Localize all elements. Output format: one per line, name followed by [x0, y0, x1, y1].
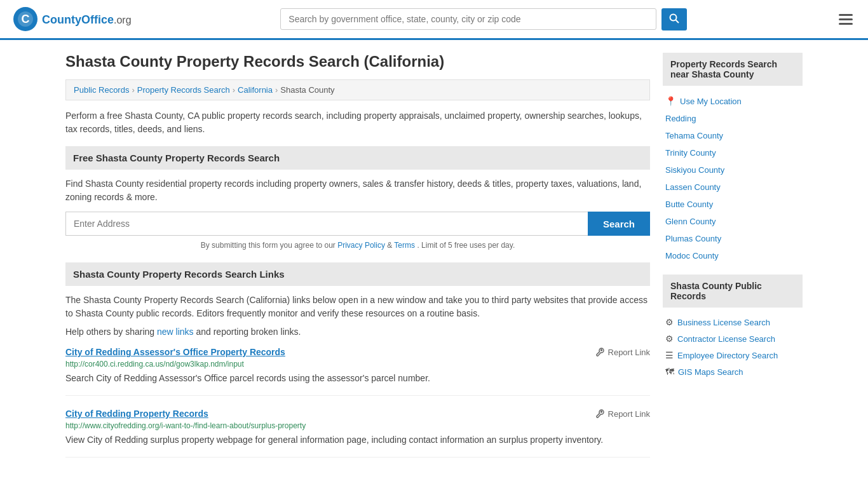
report-link-button-2[interactable]: Report Link [595, 409, 650, 419]
svg-point-5 [600, 349, 602, 351]
breadcrumb-california[interactable]: California [238, 85, 273, 95]
svg-point-6 [600, 411, 602, 412]
breadcrumb-public-records[interactable]: Public Records [74, 85, 129, 95]
sidebar-record-gis-maps[interactable]: 🗺 GIS Maps Search [663, 363, 803, 380]
property-search-desc: Find Shasta County residential property … [65, 177, 650, 204]
sidebar-nearby-header: Property Records Search near Shasta Coun… [663, 53, 803, 86]
sidebar-link-lassen[interactable]: Lassen County [665, 182, 721, 192]
sidebar-public-records-header: Shasta County Public Records [663, 274, 803, 308]
logo-text: CountyOffice.org [42, 12, 132, 27]
sidebar-link-siskiyou[interactable]: Siskiyou County [665, 165, 724, 175]
header-search-input[interactable] [280, 8, 656, 30]
sidebar-link-redding[interactable]: Redding [665, 114, 696, 123]
sidebar: Property Records Search near Shasta Coun… [663, 53, 803, 470]
form-disclaimer: By submitting this form you agree to our… [65, 241, 650, 250]
wrench-icon [595, 347, 605, 357]
main-content: Shasta County Property Records Search (C… [65, 53, 650, 470]
links-description: The Shasta County Property Records Searc… [65, 294, 650, 320]
svg-point-3 [670, 14, 677, 20]
gear-icon-contractor: ⚙ [665, 334, 674, 344]
hamburger-icon [839, 14, 853, 25]
page-title: Shasta County Property Records Search (C… [65, 53, 650, 71]
contractor-license-search-link[interactable]: Contractor License Search [677, 334, 775, 344]
content-wrapper: Shasta County Property Records Search (C… [53, 40, 815, 483]
sidebar-link-butte[interactable]: Butte County [665, 200, 713, 209]
sidebar-record-employee-directory[interactable]: ☰ Employee Directory Search [663, 347, 803, 363]
description-text: Perform a free Shasta County, CA public … [65, 109, 650, 136]
sidebar-item-trinity[interactable]: Trinity County [663, 144, 803, 161]
privacy-policy-link[interactable]: Privacy Policy [337, 241, 385, 250]
sidebar-item-siskiyou[interactable]: Siskiyou County [663, 161, 803, 179]
breadcrumb-property-records-search[interactable]: Property Records Search [137, 85, 230, 95]
gis-maps-search-link[interactable]: GIS Maps Search [678, 367, 743, 377]
list-icon-employee: ☰ [665, 350, 674, 360]
free-search-header: Free Shasta County Property Records Sear… [65, 146, 650, 170]
header-search-button[interactable] [661, 8, 687, 30]
search-icon [669, 13, 679, 24]
sidebar-record-business-license[interactable]: ⚙ Business License Search [663, 314, 803, 330]
sidebar-item-redding[interactable]: Redding [663, 110, 803, 127]
links-section-header: Shasta County Property Records Search Li… [65, 262, 650, 286]
record-link-url-1: http://cor400.ci.redding.ca.us/nd/gow3lk… [65, 360, 650, 369]
logo-area: C CountyOffice.org [13, 6, 132, 32]
sidebar-item-modoc[interactable]: Modoc County [663, 247, 803, 264]
links-section: Shasta County Property Records Search Li… [65, 262, 650, 458]
address-input[interactable] [65, 212, 588, 236]
sidebar-public-records-section: Shasta County Public Records ⚙ Business … [663, 274, 803, 380]
business-license-search-link[interactable]: Business License Search [677, 318, 770, 327]
record-link-desc-1: Search City of Redding Assessor's Office… [65, 372, 650, 385]
record-link-title-2[interactable]: City of Redding Property Records [65, 409, 208, 419]
sidebar-use-location[interactable]: 📍 Use My Location [663, 92, 803, 110]
sidebar-link-glenn[interactable]: Glenn County [665, 217, 716, 226]
sidebar-item-tehama[interactable]: Tehama County [663, 127, 803, 144]
hamburger-button[interactable] [836, 11, 855, 27]
record-link-item: City of Redding Assessor's Office Proper… [65, 347, 650, 396]
breadcrumb-current: Shasta County [280, 85, 334, 95]
sidebar-record-contractor-license[interactable]: ⚙ Contractor License Search [663, 330, 803, 347]
record-link-header-2: City of Redding Property Records Report … [65, 409, 650, 419]
employee-directory-search-link[interactable]: Employee Directory Search [677, 351, 778, 360]
sidebar-item-lassen[interactable]: Lassen County [663, 179, 803, 196]
record-link-header: City of Redding Assessor's Office Proper… [65, 347, 650, 357]
search-button[interactable]: Search [588, 212, 650, 236]
header-search-area [280, 8, 687, 30]
sidebar-link-trinity[interactable]: Trinity County [665, 148, 716, 158]
property-search-section: Free Shasta County Property Records Sear… [65, 146, 650, 250]
terms-link[interactable]: Terms [394, 241, 415, 250]
sidebar-item-glenn[interactable]: Glenn County [663, 213, 803, 230]
svg-line-4 [676, 20, 679, 23]
use-my-location-link[interactable]: Use My Location [680, 97, 742, 106]
record-link-url-2: http://www.cityofredding.org/i-want-to-/… [65, 421, 650, 430]
address-search-form: Search [65, 212, 650, 236]
sidebar-link-tehama[interactable]: Tehama County [665, 131, 723, 140]
gear-icon-business: ⚙ [665, 317, 674, 327]
sidebar-link-plumas[interactable]: Plumas County [665, 234, 721, 243]
sidebar-link-modoc[interactable]: Modoc County [665, 251, 719, 261]
location-icon: 📍 [665, 96, 676, 106]
share-links: Help others by sharing new links and rep… [65, 327, 650, 337]
wrench-icon-2 [595, 409, 605, 419]
record-link-item-2: City of Redding Property Records Report … [65, 409, 650, 458]
sidebar-nearby-section: Property Records Search near Shasta Coun… [663, 53, 803, 264]
map-icon-gis: 🗺 [665, 367, 674, 377]
logo-icon: C [13, 6, 38, 32]
record-link-title-1[interactable]: City of Redding Assessor's Office Proper… [65, 347, 285, 357]
breadcrumb: Public Records › Property Records Search… [65, 79, 650, 100]
record-link-desc-2: View City of Redding surplus property we… [65, 433, 650, 447]
new-links-link[interactable]: new links [157, 327, 194, 337]
report-link-button-1[interactable]: Report Link [595, 347, 650, 357]
svg-text:C: C [22, 13, 30, 25]
sidebar-item-plumas[interactable]: Plumas County [663, 230, 803, 247]
sidebar-item-butte[interactable]: Butte County [663, 196, 803, 213]
header: C CountyOffice.org [0, 0, 868, 40]
